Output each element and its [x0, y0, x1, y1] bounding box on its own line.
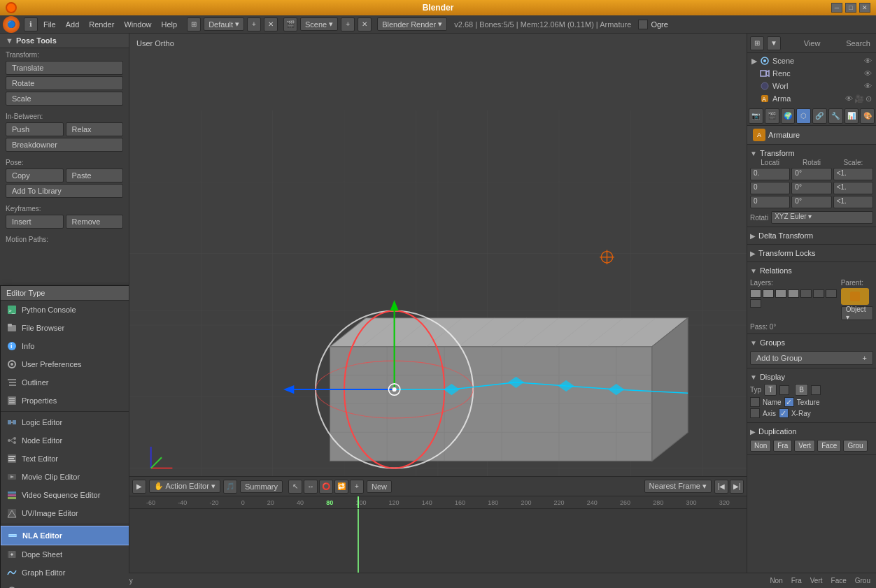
new-dropdown[interactable]: New — [367, 480, 392, 493]
arma-select-icon[interactable]: ⊙ — [866, 94, 872, 103]
layout-add-icon[interactable]: + — [247, 17, 261, 31]
menu-help[interactable]: Help — [157, 19, 182, 30]
status-grou[interactable]: Grou — [852, 575, 873, 586]
tl-right-icon1[interactable]: |◀ — [714, 480, 728, 494]
menu-add[interactable]: Add — [62, 19, 84, 30]
outliner-scene-item[interactable]: ▶ Scene 👁 — [749, 55, 875, 67]
layout-dropdown[interactable]: Default ▾ — [204, 17, 244, 31]
user-preferences-item[interactable]: User Preferences — [1, 355, 129, 373]
non-btn[interactable]: Non — [750, 440, 771, 452]
outliner-renc-item[interactable]: Renc 👁 — [749, 67, 875, 80]
delta-transform-header[interactable]: ▶ Delta Transform — [750, 230, 873, 241]
relations-header[interactable]: ▼ Relations — [750, 265, 873, 276]
summary-dropdown[interactable]: Summary — [240, 480, 283, 493]
menu-render[interactable]: Render — [85, 19, 118, 30]
outliner-view-btn[interactable]: View — [801, 38, 824, 49]
prop-material-icon[interactable]: 🎨 — [860, 108, 875, 124]
face-btn[interactable]: Face — [817, 440, 841, 452]
layer-8[interactable] — [750, 299, 761, 308]
tl-icon1[interactable]: ↖ — [288, 480, 302, 494]
type-checkbox2[interactable] — [811, 385, 821, 395]
outliner-mode-icon[interactable]: ⊞ — [750, 36, 764, 50]
tl-right-icon2[interactable]: ▶| — [730, 480, 744, 494]
grou-btn[interactable]: Grou — [843, 440, 867, 452]
type-B-btn[interactable]: B — [795, 384, 808, 396]
timeline-editor-icon[interactable]: ▶ — [132, 480, 146, 494]
uv-image-editor-item[interactable]: UV/Image Editor — [1, 504, 129, 522]
rotation-mode-input[interactable]: XYZ Euler ▾ — [771, 211, 873, 224]
engine-dropdown[interactable]: Blender Render ▾ — [377, 17, 447, 31]
duplication-header[interactable]: ▶ Duplication — [750, 426, 873, 437]
prop-constraints-icon[interactable]: 🔗 — [812, 108, 827, 124]
layer-3[interactable] — [775, 289, 786, 298]
rot-y-input[interactable]: 0° — [791, 182, 831, 194]
prop-data-icon[interactable]: 📊 — [845, 108, 859, 124]
minimize-button[interactable]: ─ — [831, 3, 842, 13]
menu-file[interactable]: File — [39, 19, 60, 30]
relax-button[interactable]: Relax — [66, 122, 124, 136]
translate-button[interactable]: Translate — [6, 61, 123, 75]
window-controls[interactable]: ─ □ ✕ — [831, 3, 870, 13]
breakdowner-button[interactable]: Breakdowner — [6, 138, 123, 152]
texture-checkbox[interactable]: ✓ — [784, 397, 794, 407]
movie-clip-editor-item[interactable]: Movie Clip Editor — [1, 468, 129, 486]
graph-editor-item[interactable]: Graph Editor — [1, 564, 129, 582]
video-sequence-editor-item[interactable]: Video Sequence Editor — [1, 486, 129, 504]
name-checkbox[interactable] — [750, 397, 760, 407]
ogre-checkbox[interactable] — [638, 20, 648, 29]
status-non[interactable]: Non — [767, 575, 785, 586]
scale-x-input[interactable]: <1. — [833, 168, 873, 180]
vert-btn[interactable]: Vert — [794, 440, 815, 452]
groups-header[interactable]: ▼ Groups — [750, 337, 873, 348]
add-to-library-button[interactable]: Add To Library — [6, 184, 123, 198]
properties-item[interactable]: Properties — [1, 392, 129, 410]
transform-props-header[interactable]: ▼ Transform — [750, 148, 873, 159]
push-button[interactable]: Push — [6, 122, 64, 136]
timeline-content[interactable] — [129, 509, 747, 573]
status-face[interactable]: Face — [828, 575, 849, 586]
rot-x-input[interactable]: 0° — [791, 168, 831, 180]
logic-editor-item[interactable]: Logic Editor — [1, 413, 129, 431]
display-header[interactable]: ▼ Display — [750, 371, 873, 382]
remove-button[interactable]: Remove — [66, 215, 124, 229]
prop-world-icon[interactable]: 🌍 — [781, 108, 796, 124]
timeline-item[interactable]: Timeline — [1, 582, 129, 588]
node-editor-item[interactable]: Node Editor — [1, 431, 129, 450]
world-visibility-icon[interactable]: 👁 — [864, 82, 872, 90]
python-console-item[interactable]: >_ Python Console — [1, 301, 129, 319]
status-vert[interactable]: Vert — [807, 575, 826, 586]
tl-icon3[interactable]: ⭕ — [319, 480, 333, 494]
text-editor-item[interactable]: Text Editor — [1, 450, 129, 468]
scale-button[interactable]: Scale — [6, 92, 123, 106]
scene-add-icon[interactable]: + — [341, 17, 355, 31]
outliner-item[interactable]: Outliner — [1, 373, 129, 392]
parent-input[interactable]: Object ▾ — [841, 306, 873, 320]
prop-scene-icon[interactable]: 🎬 — [765, 108, 779, 124]
layer-6[interactable] — [813, 289, 824, 298]
action-editor-dropdown[interactable]: ✋ Action Editor ▾ — [149, 480, 220, 493]
info-item[interactable]: i Info — [1, 337, 129, 355]
copy-button[interactable]: Copy — [6, 168, 64, 182]
paste-button[interactable]: Paste — [66, 168, 124, 182]
file-browser-item[interactable]: File Browser — [1, 319, 129, 337]
summary-icon[interactable]: 🎵 — [223, 480, 237, 494]
prop-object-icon[interactable]: ⬡ — [796, 108, 811, 124]
tl-icon5[interactable]: + — [350, 480, 364, 494]
prop-render-icon[interactable]: 📷 — [749, 108, 763, 124]
scene-icon[interactable]: 🎬 — [283, 17, 297, 31]
outliner-search-btn[interactable]: Search — [843, 38, 873, 49]
scene-visibility-icon[interactable]: 👁 — [864, 57, 872, 65]
rot-z-input[interactable]: 0° — [791, 196, 831, 208]
transform-locks-header[interactable]: ▶ Transform Locks — [750, 248, 873, 259]
layout-del-icon[interactable]: ✕ — [264, 17, 278, 31]
scale-z-input[interactable]: <1. — [833, 196, 873, 208]
add-to-group-button[interactable]: Add to Group + — [750, 351, 873, 365]
arma-render-icon[interactable]: 🎥 — [854, 94, 864, 103]
outliner-armature-item[interactable]: A Arma 👁 🎥 ⊙ — [749, 92, 875, 105]
menu-window[interactable]: Window — [120, 19, 155, 30]
arma-visibility-icon[interactable]: 👁 — [845, 94, 853, 103]
fra-btn[interactable]: Fra — [773, 440, 792, 452]
layer-4[interactable] — [788, 289, 799, 298]
scene-dropdown[interactable]: Scene ▾ — [300, 17, 338, 31]
renc-visibility-icon[interactable]: 👁 — [864, 69, 872, 78]
